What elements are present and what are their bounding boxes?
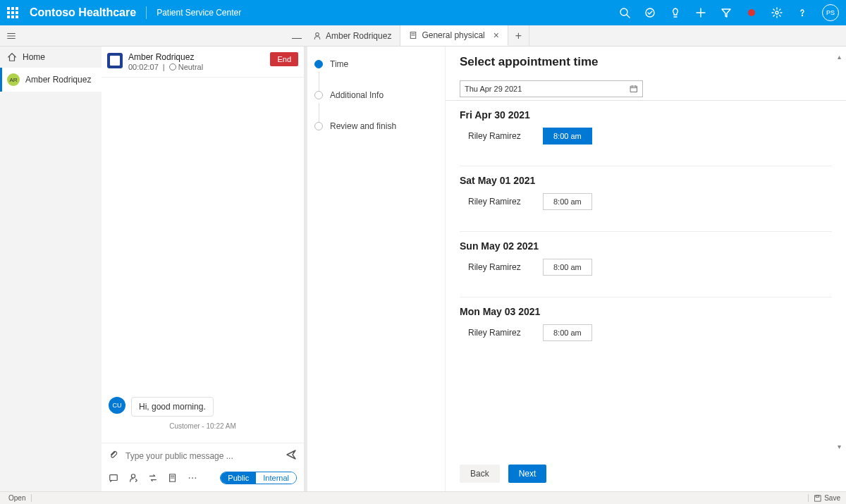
- record-icon[interactable]: [746, 7, 757, 18]
- status-state: Open: [6, 494, 32, 502]
- lightbulb-icon[interactable]: [670, 7, 681, 18]
- brand-title: Contoso Healthcare: [30, 6, 136, 19]
- rail-home[interactable]: Home: [0, 47, 102, 68]
- attachment-icon[interactable]: [109, 450, 118, 462]
- wizard-steps: Time Additional Info Review and finish: [305, 47, 446, 491]
- day-block: Mon May 03 2021 Riley Ramirez 8:00 am: [460, 297, 832, 341]
- svg-marker-6: [722, 9, 730, 17]
- rail-home-label: Home: [23, 52, 45, 62]
- provider-name: Riley Ramirez: [468, 262, 529, 272]
- topbar-separator: [146, 6, 147, 19]
- user-avatar[interactable]: PS: [822, 4, 839, 21]
- tab-patient-label: Amber Rodriquez: [326, 31, 391, 41]
- minimize-icon[interactable]: —: [292, 32, 302, 46]
- time-slot[interactable]: 8:00 am: [543, 324, 592, 341]
- rail-active-session[interactable]: AR Amber Rodriquez: [0, 68, 102, 92]
- new-tab-button[interactable]: +: [508, 25, 529, 46]
- provider-row: Riley Ramirez 8:00 am: [460, 259, 832, 276]
- plus-icon: +: [515, 30, 522, 42]
- save-label: Save: [824, 494, 840, 502]
- scroll-down-icon[interactable]: ▾: [833, 441, 845, 452]
- scrollbar[interactable]: ▴ ▾: [833, 47, 845, 456]
- consult-icon[interactable]: [128, 473, 138, 483]
- gear-icon[interactable]: [771, 7, 783, 18]
- day-head: Sat May 01 2021: [460, 175, 832, 186]
- svg-point-2: [646, 8, 654, 17]
- form-icon: [409, 31, 417, 39]
- session-sentiment: Neutral: [178, 63, 203, 71]
- waffle-icon[interactable]: [7, 7, 18, 18]
- quick-reply-icon[interactable]: [109, 473, 118, 483]
- back-button[interactable]: Back: [460, 465, 500, 483]
- svg-line-1: [627, 15, 630, 18]
- app-topbar: Contoso Healthcare Patient Service Cente…: [0, 0, 846, 25]
- compose-area: Public Internal: [102, 443, 304, 491]
- scroll-up-icon[interactable]: ▴: [833, 51, 845, 62]
- step-review-label: Review and finish: [330, 121, 396, 131]
- date-picker[interactable]: Thu Apr 29 2021: [460, 80, 643, 97]
- nav-toggle[interactable]: [0, 25, 23, 46]
- tab-appointment[interactable]: General physical ×: [400, 25, 508, 46]
- appointment-detail-panel: Select appointment time Thu Apr 29 2021 …: [446, 47, 846, 491]
- save-button[interactable]: Save: [808, 494, 840, 502]
- rail-active-name: Amber Rodriquez: [25, 75, 91, 85]
- next-button[interactable]: Next: [508, 465, 547, 483]
- customer-avatar: CU: [109, 397, 125, 414]
- detail-scroll[interactable]: Select appointment time Thu Apr 29 2021 …: [446, 47, 846, 456]
- chat-message: Hi, good morning.: [131, 397, 214, 417]
- svg-rect-16: [110, 475, 118, 481]
- svg-point-21: [189, 477, 190, 479]
- time-slot[interactable]: 8:00 am: [543, 259, 592, 276]
- step-additional-info[interactable]: Additional Info: [314, 90, 438, 100]
- tab-appointment-label: General physical: [422, 30, 484, 40]
- left-rail: Home AR Amber Rodriquez: [0, 47, 102, 491]
- svg-point-23: [195, 477, 197, 479]
- chat-channel-icon: [107, 53, 123, 68]
- session-name: Amber Rodriquez: [128, 52, 264, 62]
- calendar-icon: [630, 85, 638, 93]
- step-time[interactable]: Time: [314, 59, 438, 69]
- step-time-label: Time: [330, 59, 348, 69]
- message-input[interactable]: [125, 451, 278, 461]
- svg-point-17: [131, 474, 135, 478]
- add-icon[interactable]: [695, 7, 706, 18]
- chat-message-meta: Customer - 10:22 AM: [109, 422, 297, 430]
- more-icon[interactable]: [188, 473, 197, 483]
- session-tab-row: — Amber Rodriquez General physical × +: [0, 25, 846, 47]
- svg-point-0: [620, 8, 627, 16]
- svg-point-22: [192, 477, 193, 479]
- date-picker-value: Thu Apr 29 2021: [465, 85, 522, 93]
- day-head: Mon May 03 2021: [460, 306, 832, 317]
- provider-name: Riley Ramirez: [468, 197, 529, 207]
- send-icon[interactable]: [286, 449, 297, 463]
- pill-public[interactable]: Public: [221, 472, 256, 484]
- step-dot-icon: [314, 91, 323, 99]
- home-icon: [7, 52, 17, 62]
- step-dot-icon: [314, 122, 323, 130]
- transfer-icon[interactable]: [148, 473, 158, 483]
- provider-row: Riley Ramirez 8:00 am: [460, 324, 832, 341]
- status-bar: Open Save: [0, 491, 846, 504]
- help-icon[interactable]: [797, 7, 808, 18]
- close-icon[interactable]: ×: [494, 30, 499, 40]
- filter-icon[interactable]: [721, 7, 732, 18]
- step-review[interactable]: Review and finish: [314, 121, 438, 131]
- visibility-toggle[interactable]: Public Internal: [220, 472, 297, 484]
- tab-patient[interactable]: Amber Rodriquez: [305, 25, 400, 46]
- pill-internal[interactable]: Internal: [256, 472, 296, 484]
- step-dot-icon: [314, 60, 323, 68]
- provider-name: Riley Ramirez: [468, 131, 529, 141]
- notes-icon[interactable]: [168, 473, 178, 483]
- search-icon[interactable]: [619, 7, 630, 18]
- chat-transcript[interactable]: CU Hi, good morning. Customer - 10:22 AM: [102, 78, 304, 443]
- day-head: Fri Apr 30 2021: [460, 109, 832, 121]
- time-slot[interactable]: 8:00 am: [543, 193, 592, 210]
- task-check-icon[interactable]: [644, 7, 656, 18]
- time-slot[interactable]: 8:00 am: [543, 128, 592, 145]
- session-column: Amber Rodriquez 00:02:07 | Neutral End C…: [102, 47, 305, 491]
- session-timer: 00:02:07: [128, 63, 159, 71]
- day-block: Sun May 02 2021 Riley Ramirez 8:00 am: [460, 232, 832, 297]
- end-session-button[interactable]: End: [270, 52, 298, 66]
- svg-point-7: [776, 11, 778, 14]
- sentiment-face-icon: [169, 63, 176, 70]
